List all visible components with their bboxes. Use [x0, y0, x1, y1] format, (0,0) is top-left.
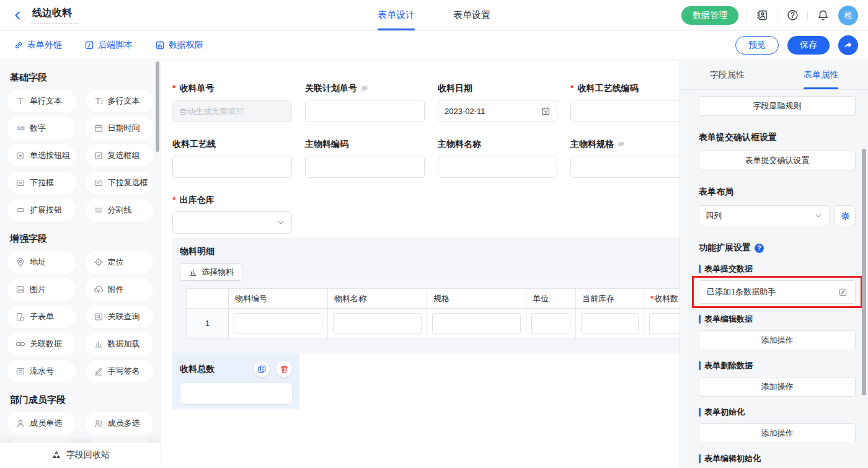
form-canvas: 收料单号 关联计划单号 收料日期 2023-02-11: [161, 60, 680, 467]
sidebar-item-linked-data[interactable]: 关联数据: [7, 333, 76, 355]
sidebar-item-attachment[interactable]: 附件: [86, 278, 154, 301]
copy-field-button[interactable]: [254, 361, 270, 377]
tab-form-design[interactable]: 表单设计: [378, 0, 415, 30]
sidebar-scrollbar[interactable]: [156, 61, 159, 152]
sidebar-item-checkbox-group[interactable]: 复选框组: [86, 144, 154, 167]
unit-cell-input[interactable]: [531, 313, 570, 334]
sidebar-item-datetime[interactable]: 日期时间: [86, 117, 154, 139]
stock-cell-input[interactable]: [581, 313, 639, 334]
receipt-date-input[interactable]: 2023-02-11: [438, 100, 557, 122]
process-line-input[interactable]: [172, 156, 292, 178]
sidebar-item-signature[interactable]: 手写签名: [86, 360, 154, 382]
save-button[interactable]: 保存: [787, 36, 830, 55]
field-label: 出库仓库: [172, 194, 292, 205]
tab-field-properties[interactable]: 字段属性: [680, 60, 774, 89]
serial-icon: [16, 366, 25, 376]
form-designer-app: 线边收料 表单设计 表单设置 数据管理 检 表单外: [0, 0, 868, 468]
back-chevron-icon: [12, 10, 24, 21]
chevron-down-icon: [277, 218, 285, 227]
number-icon: 123: [16, 123, 25, 133]
subform-material-detail[interactable]: 物料明细 选择物料 物料编号 物料名称 规格 单位 当前库存 收料数: [172, 237, 680, 353]
data-permission-button[interactable]: 数据权限: [155, 40, 203, 51]
add-action-button[interactable]: 添加操作: [699, 330, 856, 350]
page-title[interactable]: 线边收料: [31, 7, 78, 24]
edit-icon: [838, 288, 848, 297]
form-layout-select[interactable]: 四列: [699, 205, 830, 226]
backend-script-button[interactable]: 后端脚本: [84, 40, 133, 51]
field-recycle-bin-button[interactable]: 字段回收站: [0, 443, 161, 467]
sidebar-item-subform[interactable]: 子表单: [7, 306, 76, 328]
field-visibility-rules-button[interactable]: 字段显隐规则: [699, 96, 856, 116]
layout-settings-button[interactable]: [835, 205, 856, 226]
submit-confirm-settings-button[interactable]: 表单提交确认设置: [699, 151, 856, 170]
sidebar-item-extend-button[interactable]: 扩展按钮: [7, 199, 76, 221]
section-form-submit-data: 表单提交数据 已添加1条数据助手: [699, 263, 856, 304]
warehouse-select[interactable]: [172, 211, 292, 234]
share-button[interactable]: [838, 35, 858, 55]
avatar[interactable]: 检: [838, 6, 858, 25]
receipt-no-input[interactable]: [172, 100, 292, 122]
sidebar-item-member-multi[interactable]: 成员多选: [86, 412, 154, 435]
process-line-code-input[interactable]: [570, 100, 680, 122]
sidebar-item-data-load[interactable]: 数据加载: [86, 333, 154, 355]
material-code-cell-input[interactable]: [234, 313, 322, 334]
section-title: 表单提交数据: [704, 263, 753, 275]
dropdown-multi-icon: [94, 178, 104, 188]
back-button[interactable]: [12, 10, 24, 21]
form-toolbar: 表单外链 后端脚本 数据权限 预览 保存: [0, 31, 868, 60]
pen-icon: [94, 366, 104, 376]
field-plan-no: 关联计划单号: [305, 82, 425, 122]
sidebar-item-location[interactable]: 定位: [86, 251, 154, 273]
spec-cell-input[interactable]: [432, 313, 521, 334]
bar-chart-icon: [94, 339, 104, 349]
preview-button[interactable]: 预览: [735, 36, 779, 55]
tab-form-settings[interactable]: 表单设置: [453, 0, 490, 30]
panel-scrollbar[interactable]: [862, 149, 866, 395]
section-marker: [699, 315, 701, 324]
sidebar-item-number[interactable]: 123 数字: [7, 117, 76, 139]
data-assistant-button[interactable]: 已添加1条数据助手: [699, 280, 856, 304]
section-title: 表单编辑数据: [704, 314, 753, 325]
main-material-name-input[interactable]: [438, 156, 557, 178]
receipt-qty-cell-input[interactable]: [649, 313, 680, 334]
add-action-button[interactable]: 添加操作: [699, 423, 856, 443]
trash-icon: [280, 364, 289, 374]
tab-form-properties[interactable]: 表单属性: [774, 60, 868, 89]
delete-field-button[interactable]: [276, 361, 292, 377]
sidebar-item-divider[interactable]: 分割线: [86, 199, 154, 221]
sidebar-item-member-single[interactable]: 成员单选: [7, 412, 76, 435]
sidebar-item-multi-line-text[interactable]: 多行文本: [86, 90, 154, 112]
contacts-book-icon[interactable]: [755, 9, 769, 22]
select-material-button[interactable]: 选择物料: [180, 263, 242, 281]
external-link-button[interactable]: 表单外链: [14, 40, 62, 51]
sidebar-item-single-line-text[interactable]: 单行文本: [7, 90, 76, 112]
sidebar-item-address[interactable]: 地址: [7, 251, 76, 273]
field-receipt-total-selected[interactable]: 收料总数: [172, 353, 299, 409]
main-material-spec-input[interactable]: [570, 156, 680, 178]
sidebar-item-select[interactable]: 下拉框: [7, 172, 76, 194]
radio-icon: [16, 151, 25, 161]
sidebar-item-lookup-query[interactable]: 关联查询: [86, 306, 154, 328]
cloud-upload-icon: [94, 285, 104, 294]
column-header: 收料数: [644, 289, 680, 309]
notification-bell-icon[interactable]: [816, 9, 830, 22]
properties-panel: 字段属性 表单属性 字段显隐规则 表单提交确认框设置 表单提交确认设置 表单布局…: [680, 60, 868, 467]
sidebar-item-image[interactable]: 图片: [7, 278, 76, 301]
map-pin-icon: [16, 257, 25, 267]
extension-help-icon[interactable]: ?: [755, 244, 764, 253]
help-icon[interactable]: [786, 9, 799, 22]
sidebar-item-multi-select[interactable]: 下拉复选框: [86, 172, 154, 194]
material-name-cell-input[interactable]: [333, 313, 422, 334]
sidebar-item-serial-number[interactable]: 流水号: [7, 360, 76, 382]
field-main-material-spec: 主物料规格: [570, 138, 680, 178]
sidebar-item-radio-group[interactable]: 单选按钮组: [7, 144, 76, 167]
data-manage-button[interactable]: 数据管理: [681, 6, 738, 25]
field-label: 收料总数: [180, 363, 215, 374]
section-title: 表单删除数据: [704, 360, 753, 371]
add-action-button[interactable]: 添加操作: [699, 377, 856, 397]
main-material-code-input[interactable]: [305, 156, 425, 178]
plan-no-input[interactable]: [305, 100, 425, 122]
subform-icon: [16, 312, 25, 322]
receipt-total-input[interactable]: [180, 382, 293, 405]
button-icon: [16, 205, 25, 215]
